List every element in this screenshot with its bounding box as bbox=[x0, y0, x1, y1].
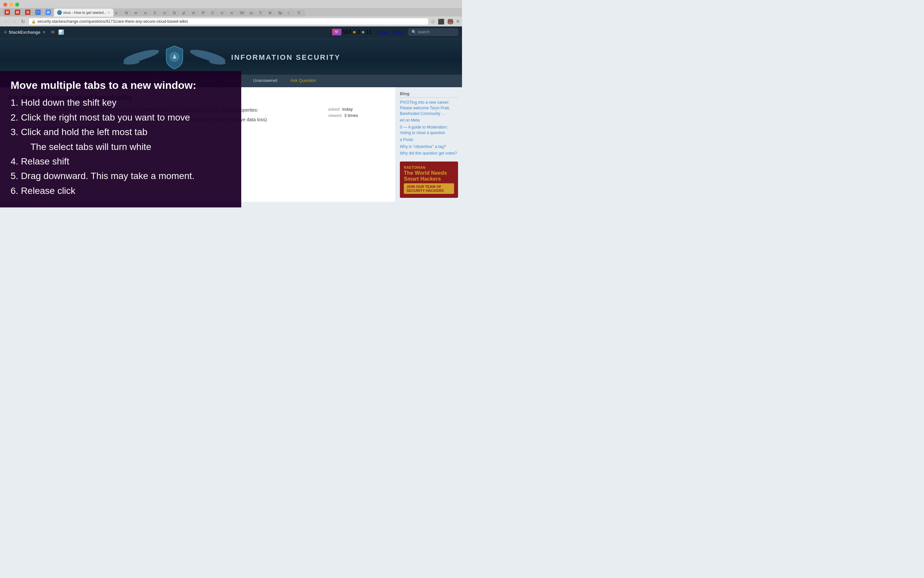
reputation-count: 563 bbox=[343, 29, 351, 35]
tab-m2[interactable]: M bbox=[267, 10, 276, 16]
overlay-step-6: 6. Release click bbox=[11, 185, 231, 197]
address-bar[interactable]: 🔒 security.stackexchange.com/questions/9… bbox=[28, 18, 429, 25]
fullscreen-button[interactable] bbox=[15, 3, 19, 6]
tab-docs[interactable]: W bbox=[44, 8, 54, 16]
tab-di[interactable]: Di bbox=[171, 10, 181, 16]
se-site-name: StackExchange bbox=[8, 30, 40, 35]
blog-item-5[interactable]: Why is "citizenfour" a tag? bbox=[400, 144, 458, 149]
tab-label: IP bbox=[202, 11, 205, 15]
emoji-icon[interactable]: 🐻 bbox=[447, 18, 454, 25]
tab-s[interactable]: S bbox=[152, 10, 161, 16]
address-text: security.stackexchange.com/questions/917… bbox=[37, 19, 426, 24]
tab-security-icon: 🛡 bbox=[57, 10, 62, 15]
extension-icon[interactable]: ⬛ bbox=[438, 18, 444, 25]
tab-label: cr bbox=[144, 11, 147, 15]
tab-cl[interactable]: cl bbox=[219, 10, 228, 16]
close-button[interactable] bbox=[3, 3, 7, 6]
tab-label: cr bbox=[163, 11, 166, 15]
search-icon: 🔍 bbox=[412, 30, 416, 34]
inbox-icon[interactable]: ✉ bbox=[51, 29, 55, 35]
tab-gmail1[interactable]: M bbox=[3, 8, 13, 16]
tab-os[interactable]: os bbox=[248, 10, 257, 16]
site-title: INFORMATION SECURITY bbox=[231, 53, 341, 62]
blog-item-6[interactable]: Why did this question get votes? bbox=[400, 151, 458, 156]
tab-ip[interactable]: IP bbox=[200, 10, 209, 16]
viewed-label: viewed bbox=[328, 113, 342, 118]
ad-cta[interactable]: JOIN OUR TEAM OF SECURITY HACKERS bbox=[404, 183, 454, 194]
ad-pretitle: RAETORIAN bbox=[404, 166, 454, 169]
forward-button[interactable]: › bbox=[11, 18, 18, 25]
sidebar: Blog PIVOTing into a new career: Please … bbox=[396, 87, 462, 202]
search-box[interactable]: 🔍 search bbox=[408, 28, 458, 36]
silver-badge-count: 11 bbox=[366, 29, 372, 35]
se-nav-links: review help ▾ bbox=[377, 30, 403, 34]
blog-item-1[interactable]: PIVOTing into a new career: Please welco… bbox=[400, 100, 458, 116]
tab-o[interactable]: O bbox=[210, 10, 219, 16]
tab-label: Bp bbox=[278, 11, 282, 15]
tab-label: os bbox=[249, 11, 253, 15]
traffic-lights bbox=[0, 0, 462, 8]
tab-bp[interactable]: Bp bbox=[277, 10, 286, 16]
question-meta: asked today viewed 3 times bbox=[328, 107, 388, 133]
toolbar-icons: ☆ ⬛ 🐻 ≡ bbox=[431, 18, 459, 25]
tab-favicon: M bbox=[15, 10, 20, 15]
tab-label: m bbox=[230, 11, 233, 15]
dropdown-arrow-icon: ▼ bbox=[42, 30, 46, 34]
tab-active-virus[interactable]: 🛡 virus - How to get started... × bbox=[54, 8, 113, 16]
se-icons: ✉ 📊 bbox=[51, 29, 64, 35]
tab-favicon: W bbox=[46, 10, 51, 15]
tab-pl[interactable]: pl bbox=[181, 10, 190, 16]
blog-item-2[interactable]: ed on Meta bbox=[400, 118, 458, 123]
nav-ask-question[interactable]: Ask Question bbox=[284, 75, 322, 87]
tab-label: Ti bbox=[259, 11, 262, 15]
ad-box: RAETORIAN The World Needs Smart Hackers … bbox=[400, 161, 458, 198]
gold-badge: ● bbox=[353, 29, 356, 35]
tab-r[interactable]: r bbox=[286, 10, 295, 16]
tab-dr[interactable]: dr bbox=[190, 10, 200, 16]
bookmark-icon[interactable]: ☆ bbox=[431, 18, 435, 25]
viewed-value: 3 times bbox=[344, 113, 358, 118]
blog-item-3[interactable]: 0 — A guide to Moderation: Voting to clo… bbox=[400, 125, 458, 136]
help-link[interactable]: help ▾ bbox=[393, 30, 403, 34]
tab-cr[interactable]: cr bbox=[142, 10, 152, 16]
rep-badge: 🛡 563 ● 2 ● 11 bbox=[332, 29, 372, 35]
tab-shield1[interactable]: 🛡 bbox=[33, 8, 43, 16]
browser-chrome: M M H 🛡 W 🛡 virus - How to get started..… bbox=[0, 0, 462, 26]
tab-e[interactable]: e bbox=[114, 10, 123, 16]
tab-label: 0R bbox=[240, 11, 244, 15]
blog-item-4[interactable]: a Posts bbox=[400, 137, 458, 143]
nav-unanswered[interactable]: Unanswered bbox=[247, 75, 284, 87]
site-icon: 🛡 bbox=[332, 29, 342, 35]
tab-w2[interactable]: W bbox=[123, 10, 133, 16]
se-logo-area[interactable]: ≡ StackExchange ▼ bbox=[4, 29, 46, 35]
review-link[interactable]: review bbox=[377, 30, 389, 34]
tab-m[interactable]: m bbox=[229, 10, 238, 16]
tab-er[interactable]: er bbox=[133, 10, 142, 16]
tab-0r[interactable]: 0R bbox=[238, 10, 247, 16]
tab-ti2[interactable]: Ti bbox=[296, 10, 305, 16]
address-bar-row: ‹ › ↻ 🔒 security.stackexchange.com/quest… bbox=[0, 16, 462, 26]
back-button[interactable]: ‹ bbox=[3, 18, 9, 25]
tab-favicon: M bbox=[5, 10, 10, 15]
tab-gmail2[interactable]: M bbox=[13, 8, 23, 16]
tab-label: e bbox=[116, 11, 117, 15]
tab-label: r bbox=[288, 11, 289, 15]
overlay-title: Move multiple tabs to a new window: bbox=[11, 79, 231, 91]
tab-ti[interactable]: Ti bbox=[257, 10, 267, 16]
minimize-button[interactable] bbox=[9, 3, 13, 6]
refresh-button[interactable]: ↻ bbox=[20, 18, 26, 25]
tab-favicon: 🛡 bbox=[35, 10, 41, 15]
tab-close-icon[interactable]: × bbox=[108, 11, 110, 15]
tab-h[interactable]: H bbox=[23, 8, 33, 16]
tab-label: S bbox=[154, 11, 156, 15]
overlay-step-1: 1. Hold down the shift key bbox=[11, 97, 231, 109]
svg-text:♟: ♟ bbox=[172, 54, 177, 60]
achievements-icon[interactable]: 📊 bbox=[58, 29, 64, 35]
tab-cr2[interactable]: cr bbox=[162, 10, 171, 16]
tab-favicon: H bbox=[25, 10, 30, 15]
tab-label: W bbox=[125, 11, 128, 15]
menu-icon[interactable]: ≡ bbox=[456, 18, 459, 24]
tab-label: Ti bbox=[298, 11, 300, 15]
tab-label: O bbox=[211, 11, 214, 15]
silver-badge: ● bbox=[361, 29, 365, 35]
